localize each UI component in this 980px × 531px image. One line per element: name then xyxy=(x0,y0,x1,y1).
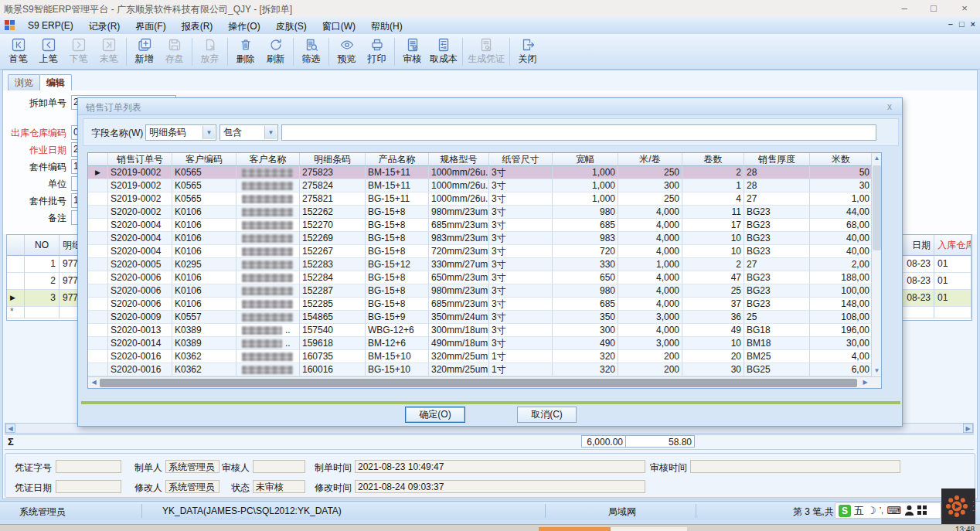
column-header-规格型号[interactable]: 规格型号 xyxy=(429,153,489,166)
minimize-icon[interactable]: – xyxy=(893,2,916,15)
column-header-销售订单号[interactable]: 销售订单号 xyxy=(108,153,172,166)
table-row[interactable]: S2020-0013K0389..157540WBG-12+6300mm/18u… xyxy=(88,324,881,337)
menu-item-3[interactable]: 报表(R) xyxy=(174,17,221,34)
column-header-产品名称[interactable]: 产品名称 xyxy=(366,153,429,166)
table-horizontal-scrollbar[interactable]: ◀ ▶ xyxy=(88,376,881,388)
cell: S2020-0016 xyxy=(108,350,172,363)
table-row[interactable]: S2020-0006K0106152287BG-15+8980mm/23um..… xyxy=(88,284,881,298)
cell: 490mm/18um... xyxy=(429,337,489,350)
menu-item-5[interactable]: 皮肤(S) xyxy=(268,17,315,34)
table-row[interactable]: S2020-0014K0389..159618BM-12+6490mm/18um… xyxy=(88,337,881,350)
column-header-米数[interactable]: 米数 xyxy=(810,153,873,166)
table-row[interactable]: S2020-0016K0362160735BM-15+10320mm/25um.… xyxy=(88,350,881,363)
menu-item-7[interactable]: 帮助(H) xyxy=(363,17,410,34)
toolbar-button-预览[interactable]: 预览 xyxy=(332,35,362,69)
scroll-right-icon[interactable]: ▶ xyxy=(860,378,870,387)
menu-item-2[interactable]: 界面(F) xyxy=(128,17,173,34)
dialog-close-icon[interactable]: x xyxy=(883,100,896,113)
toolbar-button-关闭[interactable]: 关闭 xyxy=(512,35,543,69)
table-vertical-scrollbar[interactable]: ▲ ▼ xyxy=(871,153,881,376)
scroll-up-icon[interactable]: ▲ xyxy=(872,154,882,163)
toolbar-button-取成本[interactable]: 取成本 xyxy=(427,35,460,69)
table-row[interactable]: S2019-0002K0565275824BM-15+111000mm/26u.… xyxy=(88,179,881,192)
table-row[interactable]: S2020-0004K0106152267BG-15+8720mm/23um..… xyxy=(88,245,881,258)
punctuation-icon[interactable]: ’, xyxy=(880,503,884,518)
menu-item-1[interactable]: 记录(R) xyxy=(81,17,128,34)
column-header-销售厚度[interactable]: 销售厚度 xyxy=(744,153,810,166)
menu-item-4[interactable]: 操作(O) xyxy=(220,17,267,34)
toolbar-button-首笔[interactable]: 首笔 xyxy=(3,35,33,69)
blurred-customer-name xyxy=(242,339,282,348)
cell: 17 xyxy=(682,219,744,232)
toolbar-button-打印[interactable]: 打印 xyxy=(362,35,392,69)
filter-field-select[interactable]: 明细条码 ▼ xyxy=(145,124,216,141)
column-header-客户编码[interactable]: 客户编码 xyxy=(172,153,236,166)
menu-bar: S9 ERP(E)记录(R)界面(F)报表(R)操作(O)皮肤(S)窗口(W)帮… xyxy=(0,17,980,35)
moon-icon[interactable]: ☽ xyxy=(867,503,876,518)
cell: BG23 xyxy=(744,206,810,219)
table-row[interactable]: S2019-0002K0565275821BG-15+111000mm/26u.… xyxy=(88,192,881,206)
close-icon[interactable]: × xyxy=(953,2,976,15)
ime-tray: S 五 ☽ ’, ⌨ xyxy=(835,502,941,519)
filter-keyword-input[interactable] xyxy=(281,124,876,141)
cell: 4,000 xyxy=(618,271,682,284)
toolbar-button-审核[interactable]: 审核 xyxy=(397,35,427,69)
grid-icon[interactable] xyxy=(917,505,927,516)
table-row[interactable]: ▶S2019-0002K0565275823BM-15+111000mm/26u… xyxy=(88,166,881,179)
table-row[interactable]: S2020-0016K0362160016BG-15+10320mm/25um.… xyxy=(88,363,881,376)
menu-item-6[interactable]: 窗口(W) xyxy=(315,17,363,34)
toolbar-button-上笔[interactable]: 上笔 xyxy=(33,35,63,69)
table-row[interactable]: S2020-0004K0106152269BG-15+8983mm/23um..… xyxy=(88,232,881,245)
horizontal-scroll-thumb[interactable] xyxy=(100,379,857,387)
logo-menu-dots-icon[interactable]: ··· xyxy=(972,499,975,513)
column-header-客户名称[interactable]: 客户名称 xyxy=(236,153,300,166)
column-header-宽幅[interactable]: 宽幅 xyxy=(553,153,618,166)
cell: 4,000 xyxy=(618,219,682,232)
menu-item-0[interactable]: S9 ERP(E) xyxy=(20,17,81,34)
table-row[interactable]: S2020-0004K0106152270BG-15+8685mm/23um..… xyxy=(88,219,881,232)
filter-operator-select[interactable]: 包含 ▼ xyxy=(219,124,278,141)
scroll-left-icon[interactable]: ◀ xyxy=(5,424,15,433)
floating-app-logo[interactable]: ··· xyxy=(941,488,975,524)
table-row[interactable]: S2020-0009K0557154865BG-15+9350mm/24um..… xyxy=(88,311,881,324)
taskbar-app-orange[interactable] xyxy=(539,527,611,531)
sogou-input-icon[interactable]: S xyxy=(839,505,851,517)
tab-edit[interactable]: 编辑 xyxy=(39,74,72,90)
table-row[interactable]: S2020-0006K0106152285BG-15+8685mm/23um..… xyxy=(88,298,881,311)
column-header-米/卷[interactable]: 米/卷 xyxy=(618,153,682,166)
tab-browse[interactable]: 浏览 xyxy=(8,74,40,90)
vertical-scroll-thumb[interactable] xyxy=(873,165,881,250)
wubi-mode-icon[interactable]: 五 xyxy=(854,503,864,518)
cell: K0565 xyxy=(172,192,236,206)
taskbar-app-white[interactable] xyxy=(611,527,687,531)
column-header-纸管尺寸[interactable]: 纸管尺寸 xyxy=(489,153,553,166)
row-indicator xyxy=(88,232,108,245)
mdi-close-icon[interactable]: × xyxy=(971,19,975,29)
blurred-customer-name xyxy=(242,366,293,374)
scroll-down-icon[interactable]: ▼ xyxy=(872,366,882,376)
ok-button[interactable]: 确定(O) xyxy=(405,407,465,423)
cancel-button[interactable]: 取消(C) xyxy=(517,407,577,423)
toolbar-button-刷新[interactable]: 刷新 xyxy=(260,35,291,69)
maximize-icon[interactable]: □ xyxy=(922,2,945,15)
chevron-down-icon[interactable]: ▼ xyxy=(202,126,215,139)
column-header-明细条码[interactable]: 明细条码 xyxy=(300,153,366,166)
toolbar-button-删除[interactable]: 删除 xyxy=(230,35,260,69)
table-row[interactable]: S2020-0006K0106152284BG-15+8650mm/23um..… xyxy=(88,271,881,284)
mdi-minimize-icon[interactable]: – xyxy=(948,19,953,29)
toolbar-button-筛选[interactable]: 筛选 xyxy=(296,35,326,69)
scroll-left-icon[interactable]: ◀ xyxy=(89,378,99,387)
cell: BG23 xyxy=(744,271,810,284)
cell: S2020-0016 xyxy=(108,363,172,376)
cell: 28 xyxy=(744,166,810,179)
toolbar-button-新增[interactable]: 新增 xyxy=(129,35,159,69)
mdi-restore-icon[interactable]: □ xyxy=(959,19,965,29)
column-header-卷数[interactable]: 卷数 xyxy=(682,153,744,166)
cell: BM-15+11 xyxy=(366,179,429,192)
table-row[interactable]: S2020-0005K0295152283BG-15+12330mm/27um.… xyxy=(88,258,881,271)
chevron-down-icon[interactable]: ▼ xyxy=(264,126,277,139)
keyboard-icon[interactable]: ⌨ xyxy=(886,503,901,518)
person-icon[interactable] xyxy=(904,505,914,516)
scroll-right-icon[interactable]: ▶ xyxy=(963,424,973,433)
table-row[interactable]: S2020-0002K0106152262BG-15+8980mm/23um..… xyxy=(88,206,881,219)
